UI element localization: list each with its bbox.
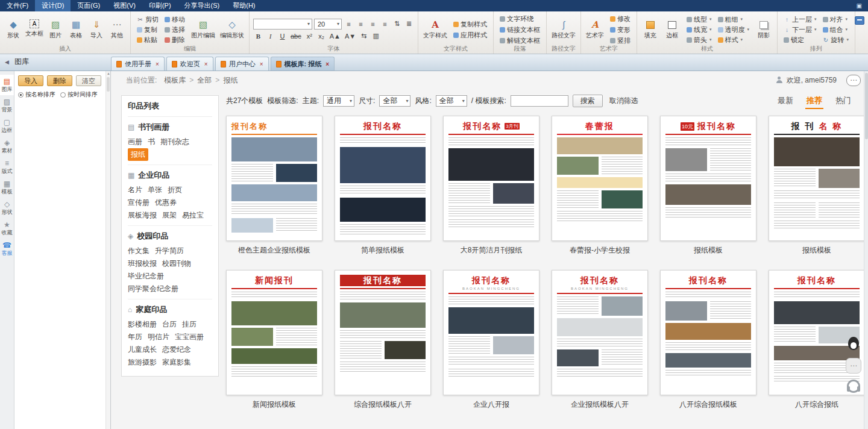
template-card-大8开简洁月刊报纸[interactable]: 报刊名称3月刊 大8开简洁月刊报纸	[443, 116, 539, 255]
insert-other-button[interactable]: ⋯其他	[107, 17, 127, 42]
rotate-button[interactable]: ↻旋转▾	[820, 35, 852, 45]
subscript-button[interactable]: x₂	[316, 31, 327, 41]
unlink-textbox-button[interactable]: 解链文本框	[497, 36, 542, 46]
menu-帮助(H)[interactable]: 帮助(H)	[226, 0, 262, 11]
product-item-宣传册[interactable]: 宣传册	[128, 196, 149, 209]
template-search-input[interactable]	[511, 95, 568, 107]
insert-table-button[interactable]: ▦表格	[66, 17, 86, 42]
product-item-同学聚会纪念册[interactable]: 同学聚会纪念册	[128, 283, 178, 295]
wordart-button[interactable]: A艺术字	[585, 17, 605, 42]
template-card-新闻报纸模板[interactable]: 新闻报刊 新闻报纸模板	[226, 270, 322, 410]
product-item-升学简历[interactable]: 升学简历	[155, 245, 184, 257]
product-item-折页[interactable]: 折页	[168, 184, 182, 196]
search-button[interactable]: 搜索	[573, 95, 603, 107]
tab-欢迎页[interactable]: 欢迎页 ×	[166, 57, 213, 70]
product-item-毕业纪念册[interactable]: 毕业纪念册	[128, 270, 164, 283]
group-button[interactable]: 组合▾	[820, 25, 852, 35]
tab-模板库: 报纸[interactable]: 模板库: 报纸 ×	[271, 57, 335, 70]
wordart-vertical-button[interactable]: 竖排	[608, 36, 633, 46]
align-button[interactable]: 对齐▾	[820, 14, 852, 25]
link-textbox-button[interactable]: 链接文本框	[497, 25, 542, 35]
fill-button[interactable]: 填充	[641, 17, 660, 42]
template-card-春蕾报-小学生校报[interactable]: 春蕾报 春蕾报-小学生校报	[552, 116, 648, 255]
rail-item-模板[interactable]: ▦ 模板	[0, 177, 14, 198]
italic-button[interactable]: I	[265, 31, 275, 41]
bold-button[interactable]: B	[253, 31, 263, 41]
product-item-优惠券[interactable]: 优惠券	[155, 196, 177, 209]
delete-button[interactable]: 删除	[47, 75, 72, 86]
template-card-报纸模板[interactable]: 报刊名称10元 报纸模板	[660, 116, 756, 255]
rail-item-图库[interactable]: ▤ 图库	[0, 75, 14, 95]
product-item-台历[interactable]: 台历	[162, 318, 177, 331]
gallery-scrollbar[interactable]: ▲	[105, 71, 110, 429]
rail-item-收藏[interactable]: ★ 收藏	[0, 218, 14, 239]
product-item-明信片[interactable]: 明信片	[148, 331, 169, 343]
rail-item-素材[interactable]: ◈ 素材	[0, 136, 14, 157]
shadow-button[interactable]: 阴影	[754, 17, 773, 42]
rail-item-版式[interactable]: ≡ 版式	[0, 157, 14, 177]
wordart-modify-button[interactable]: 修改	[608, 14, 633, 24]
template-card-简单报纸模板[interactable]: 报刊名称 简单报纸模板	[335, 116, 431, 255]
columns-button[interactable]: ▥	[371, 31, 381, 41]
product-item-展架[interactable]: 展架	[162, 209, 177, 222]
tab-close-icon[interactable]: ×	[326, 61, 329, 67]
product-item-恋爱纪念[interactable]: 恋爱纪念	[162, 343, 191, 356]
scroll-up-icon[interactable]: ▲	[107, 72, 110, 75]
insert-import-button[interactable]: ⇓导入	[87, 17, 106, 42]
chat-bubble-icon[interactable]: ⋯	[846, 358, 861, 374]
thickness-dropdown[interactable]: 粗细▾	[715, 14, 752, 25]
path-text-button[interactable]: ∫路径文字	[550, 17, 577, 42]
theme-select[interactable]: 通用▾	[323, 95, 354, 107]
product-item-班报校报[interactable]: 班报校报	[128, 257, 157, 270]
sort-by-name-radio[interactable]: 按名称排序	[18, 90, 55, 99]
product-item-校园刊物[interactable]: 校园刊物	[162, 257, 191, 270]
product-item-年历[interactable]: 年历	[128, 331, 142, 343]
delete-button[interactable]: 删除	[162, 35, 187, 45]
scrollbar-thumb[interactable]	[107, 77, 110, 92]
line-style-dropdown[interactable]: 线型▾	[684, 14, 714, 25]
main-scrollbar[interactable]	[864, 71, 868, 429]
template-card-企业报纸模板八开[interactable]: 报刊名称BAOKAN MINGCHENG 企业报纸模板八开	[552, 270, 648, 410]
menu-文件(F)[interactable]: 文件(F)	[0, 0, 35, 11]
scrollbar-thumb[interactable]	[865, 73, 868, 139]
sort-hot[interactable]: 热门	[835, 95, 851, 106]
sort-newest[interactable]: 最新	[778, 95, 793, 106]
insert-image-button[interactable]: ▨图片	[46, 17, 65, 42]
select-button[interactable]: 选择	[162, 25, 187, 35]
copy-button[interactable]: 复制	[134, 25, 161, 35]
image-edit-button[interactable]: ▧图片编辑	[190, 17, 216, 42]
superscript-button[interactable]: x²	[304, 31, 315, 41]
menu-视图(V)[interactable]: 视图(V)	[107, 0, 142, 11]
decrease-font-button[interactable]: A▼	[344, 31, 357, 41]
template-card-报纸模板[interactable]: 报 刊 名 称 报纸模板	[769, 116, 865, 255]
product-item-书[interactable]: 书	[148, 136, 155, 148]
import-button[interactable]: 导入	[18, 75, 43, 86]
align-justify-button[interactable]: ≡	[380, 19, 390, 29]
insert-textbox-button[interactable]: A文本框	[24, 17, 45, 42]
style-select[interactable]: 全部▾	[436, 95, 467, 107]
menu-设计(D)[interactable]: 设计(D)	[35, 0, 71, 11]
tab-close-icon[interactable]: ×	[156, 61, 159, 67]
move-button[interactable]: 移动	[162, 14, 187, 25]
send-backward-button[interactable]: ↓下一层▾	[781, 25, 819, 35]
theme-icon[interactable]: ▣	[857, 2, 862, 9]
opacity-dropdown[interactable]: 透明度▾	[715, 25, 752, 35]
align-left-button[interactable]: ≡	[344, 19, 354, 29]
product-item-儿童成长[interactable]: 儿童成长	[128, 343, 157, 356]
qq-icon[interactable]	[846, 336, 861, 352]
menu-分享导出(S)[interactable]: 分享导出(S)	[178, 0, 227, 11]
border-button[interactable]: 边框	[662, 17, 682, 42]
template-card-八开综合报纸模板[interactable]: 报刊名称 八开综合报纸模板	[660, 270, 756, 410]
align-right-button[interactable]: ≡	[368, 19, 378, 29]
rail-item-边框[interactable]: ▢ 边框	[0, 116, 14, 136]
cut-button[interactable]: ✂剪切	[134, 14, 161, 25]
lock-button[interactable]: 锁定	[781, 35, 819, 45]
menu-页面(G)[interactable]: 页面(G)	[71, 0, 107, 11]
collapse-panel-icon[interactable]: ◀	[5, 59, 9, 65]
product-item-挂历[interactable]: 挂历	[182, 318, 197, 331]
product-item-画册[interactable]: 画册	[128, 136, 142, 148]
product-item-影楼相册[interactable]: 影楼相册	[128, 318, 157, 331]
template-card-橙色主题企业报纸模板[interactable]: 报刊名称 橙色主题企业报纸模板	[226, 116, 322, 255]
align-center-button[interactable]: ≡	[356, 19, 366, 29]
size-select[interactable]: 全部▾	[379, 95, 410, 107]
